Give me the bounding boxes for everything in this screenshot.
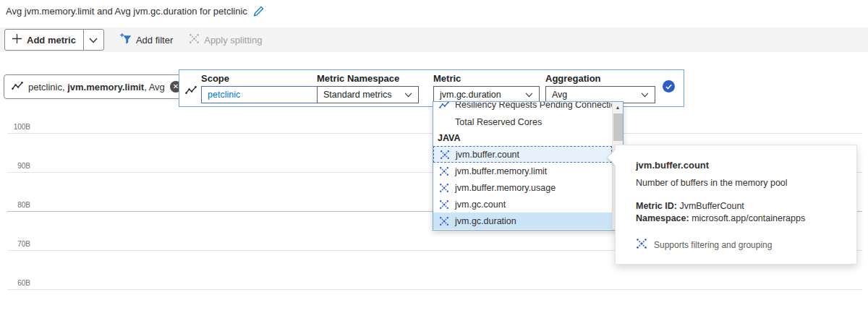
metric-pill-text: petclinic, jvm.memory.limit, Avg: [28, 82, 165, 93]
dropdown-item-label: jvm.gc.duration: [455, 216, 516, 226]
dropdown-item-label: jvm.buffer.memory.usage: [455, 183, 556, 193]
dropdown-item-label: jvm.gc.count: [455, 200, 506, 210]
apply-splitting-button[interactable]: Apply splitting: [189, 33, 262, 46]
metrics-toolbar: Add metric Add filter Apply splitting: [0, 27, 868, 52]
add-metric-button[interactable]: Add metric: [5, 30, 83, 50]
tooltip-metric-id: Metric ID: JvmBufferCount: [636, 201, 842, 211]
add-filter-label: Add filter: [136, 35, 173, 46]
scrollbar-up-button[interactable]: ▲: [613, 102, 623, 113]
namespace-select[interactable]: Standard metrics: [317, 86, 419, 103]
dropdown-item-jvm-buffer-memory-limit[interactable]: jvm.buffer.memory.limit: [433, 163, 612, 179]
add-metric-menu-button[interactable]: [83, 30, 103, 50]
tooltip-title: jvm.buffer.count: [636, 160, 842, 171]
scrollbar-thumb[interactable]: [613, 113, 623, 141]
chevron-down-icon: [89, 33, 98, 46]
gridline: [7, 289, 862, 290]
dropdown-item-jvm-gc-count[interactable]: jvm.gc.count: [433, 196, 612, 213]
metric-field: Metric jvm.gc.duration: [433, 73, 540, 103]
namespace-label: Metric Namespace: [317, 73, 419, 84]
aggregation-field: Aggregation Avg: [545, 73, 655, 103]
dimension-icon: [439, 200, 449, 210]
chart-title-row: Avg jvm.memory.limit and Avg jvm.gc.dura…: [6, 6, 264, 17]
line-chart-icon: [12, 81, 23, 93]
metric-dropdown-rows: Resiliency Requests Pending Connectio...…: [433, 102, 612, 229]
dropdown-item-label: Total Reserved Cores: [455, 117, 542, 127]
dropdown-item-jvm-buffer-count[interactable]: jvm.buffer.count: [433, 146, 612, 163]
metrics-explorer: 100B90B80B70B60B Avg jvm.memory.limit an…: [0, 0, 868, 313]
edit-title-icon[interactable]: [253, 6, 264, 17]
add-metric-label: Add metric: [27, 35, 76, 46]
dropdown-item-total-reserved-cores[interactable]: Total Reserved Cores: [433, 113, 612, 130]
line-chart-icon: [185, 85, 197, 98]
tooltip-arrow: [608, 150, 616, 166]
chevron-down-icon: [404, 90, 412, 100]
chevron-down-icon: [641, 90, 649, 100]
tooltip-namespace: Namespace: microsoft.app/containerapps: [636, 213, 842, 223]
dropdown-item-label: jvm.buffer.count: [456, 150, 519, 160]
y-axis-tick-label: 80B: [4, 201, 30, 209]
plus-icon: [12, 34, 22, 46]
y-axis-tick-label: 100B: [4, 123, 30, 131]
apply-splitting-label: Apply splitting: [204, 35, 262, 46]
dimension-icon: [439, 183, 449, 193]
y-axis-tick-label: 70B: [4, 240, 30, 248]
add-filter-button[interactable]: Add filter: [120, 33, 173, 47]
dropdown-item-resiliency-requests-pending-connectio[interactable]: Resiliency Requests Pending Connectio...: [433, 102, 612, 113]
metric-pill[interactable]: petclinic, jvm.memory.limit, Avg ✕: [4, 74, 190, 99]
dimension-icon: [440, 150, 450, 160]
tooltip-description: Number of buffers in the memory pool: [636, 178, 842, 188]
dimension-icon: [439, 166, 449, 176]
metric-dropdown-list: Resiliency Requests Pending Connectio...…: [433, 101, 624, 231]
tooltip-capability-label: Supports filtering and grouping: [654, 240, 772, 250]
dropdown-item-jvm-buffer-memory-usage[interactable]: jvm.buffer.memory.usage: [433, 179, 612, 196]
y-axis-tick-label: 60B: [4, 279, 30, 287]
chart-title: Avg jvm.memory.limit and Avg jvm.gc.dura…: [6, 6, 247, 17]
y-axis-tick-label: 90B: [4, 162, 30, 170]
tooltip-capability: Supports filtering and grouping: [636, 238, 842, 252]
dropdown-item-label: jvm.buffer.memory.limit: [455, 166, 547, 176]
line-chart-icon: [439, 102, 449, 109]
metric-label: Metric: [433, 73, 540, 84]
add-filter-icon: [120, 33, 132, 47]
dimension-icon: [636, 238, 647, 252]
apply-splitting-icon: [189, 33, 200, 46]
namespace-field: Metric Namespace Standard metrics: [317, 73, 419, 103]
commit-check-icon[interactable]: [663, 80, 675, 93]
dimension-icon: [439, 216, 449, 226]
metric-info-tooltip: jvm.buffer.count Number of buffers in th…: [615, 145, 857, 265]
aggregation-label: Aggregation: [545, 73, 655, 84]
dropdown-item-label: Resiliency Requests Pending Connectio...: [455, 102, 612, 110]
add-metric-button-group: Add metric: [4, 29, 104, 51]
dropdown-item-clipped[interactable]: Resiliency Requests Pending Connectio...: [433, 102, 612, 113]
dropdown-item-jvm-gc-duration[interactable]: jvm.gc.duration: [433, 213, 612, 229]
dropdown-group-header-java: JAVA: [433, 130, 612, 146]
chevron-down-icon: [525, 90, 533, 100]
